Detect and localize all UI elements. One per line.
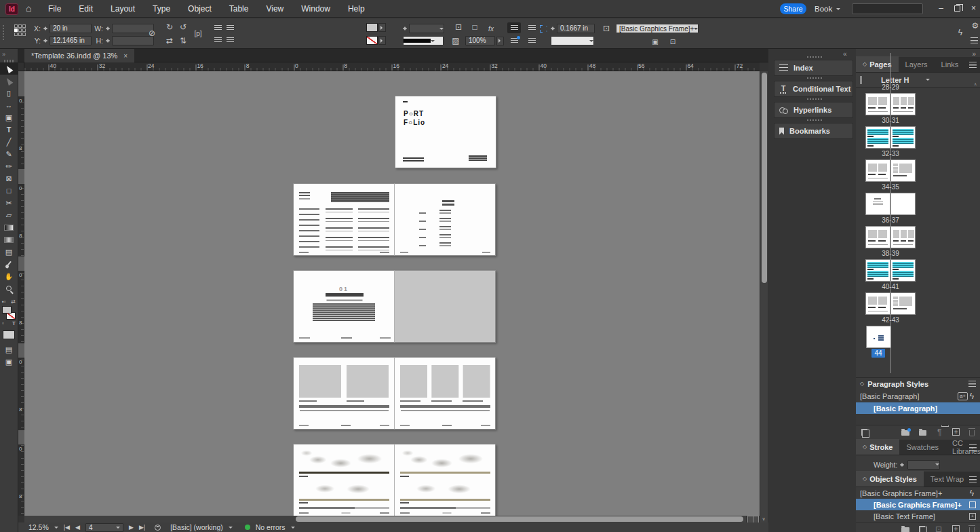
line-tool[interactable]	[0, 136, 18, 148]
corner-options-icon[interactable]	[453, 22, 464, 32]
vertical-scrollbar[interactable]	[760, 71, 768, 516]
opacity-field[interactable]: 100%	[465, 36, 495, 45]
panel-grip[interactable]	[3, 25, 4, 41]
clear-overrides-icon[interactable]	[650, 37, 661, 47]
tab-text-wrap[interactable]: Text Wrap	[924, 471, 971, 487]
tab-swatches[interactable]: Swatches	[899, 439, 945, 455]
menu-object[interactable]: Object	[179, 4, 220, 14]
tab-pages[interactable]: ◇Pages	[856, 56, 899, 72]
control-panel-menu-icon[interactable]	[971, 37, 978, 43]
pencil-tool[interactable]	[0, 160, 18, 172]
search-input[interactable]	[852, 3, 923, 14]
previous-page-button[interactable]: ◀	[75, 524, 80, 531]
menu-table[interactable]: Table	[220, 4, 258, 14]
frame-tool[interactable]	[0, 172, 18, 185]
spread-label[interactable]: 28-29	[882, 83, 899, 92]
tab-links[interactable]: Links	[935, 56, 966, 72]
w-stepper[interactable]	[106, 24, 111, 33]
justify-all-button[interactable]	[507, 22, 521, 33]
formatting-container-icon[interactable]: ▫	[2, 320, 4, 327]
stroke-weight-stepper[interactable]	[403, 24, 408, 33]
corner-radius-stepper[interactable]	[551, 24, 555, 33]
content-collector-tool[interactable]	[0, 111, 18, 124]
document-page[interactable]	[293, 444, 395, 516]
page-number-field[interactable]: 4	[85, 523, 123, 532]
horizontal-scrollbar[interactable]	[24, 516, 746, 522]
default-swatches-icon[interactable]: ▪▫	[2, 299, 6, 305]
reference-point-proxy[interactable]	[14, 24, 27, 37]
text-wrap-button[interactable]	[507, 35, 521, 46]
stroke-type-select[interactable]	[403, 36, 444, 45]
errors-chevron-icon[interactable]	[291, 527, 295, 531]
tab-object-styles[interactable]: ◇Object Styles	[856, 471, 924, 487]
scissors-tool[interactable]	[0, 197, 18, 209]
image-placeholder-page[interactable]	[394, 270, 496, 343]
apply-color-button[interactable]	[3, 330, 15, 339]
quick-apply-icon[interactable]	[968, 489, 976, 498]
spread-label[interactable]: 38-39	[882, 249, 899, 259]
spread-thumbnail[interactable]	[865, 259, 916, 282]
ruler-corner[interactable]	[18, 62, 24, 71]
spread-label[interactable]: 36-37	[882, 216, 899, 225]
fill-chevron[interactable]	[378, 23, 386, 32]
style-group-icon[interactable]	[861, 429, 867, 436]
apply-gradient-button[interactable]	[0, 343, 18, 356]
note-tool[interactable]	[0, 246, 18, 258]
weight-stepper[interactable]	[900, 461, 905, 469]
horizontal-ruler[interactable]: 403224168081624324048566472	[24, 62, 760, 71]
first-page-button[interactable]: |◀	[64, 524, 70, 531]
document-page[interactable]	[394, 444, 496, 516]
book-dropdown[interactable]: Book	[815, 3, 840, 14]
folder-icon[interactable]	[919, 430, 927, 436]
menu-file[interactable]: File	[39, 4, 70, 14]
create-new-style-icon[interactable]	[952, 525, 960, 532]
next-page-button[interactable]: ▶	[129, 524, 134, 531]
zoom-tool[interactable]	[0, 282, 18, 294]
close-button[interactable]: ×	[971, 2, 976, 14]
panel-menu-icon[interactable]	[969, 444, 977, 451]
document-page[interactable]: P○RT F○Lio	[395, 96, 496, 168]
spread-5[interactable]	[293, 444, 496, 516]
spread-2[interactable]	[293, 183, 496, 256]
document-page[interactable]: 01	[293, 270, 395, 343]
quick-apply-icon[interactable]	[968, 392, 976, 401]
vertical-ruler[interactable]: 08 08 08 08 08	[18, 71, 24, 516]
new-style-group-icon[interactable]	[901, 430, 909, 436]
fx-icon[interactable]	[486, 24, 496, 34]
wrap-options-button[interactable]	[525, 35, 538, 46]
flip-horizontal-button[interactable]	[164, 36, 175, 45]
flip-vertical-button[interactable]	[178, 36, 189, 45]
swap-fill-stroke-icon[interactable]: ⇄	[11, 299, 16, 305]
menu-type[interactable]: Type	[144, 4, 179, 14]
spread-thumbnail[interactable]	[865, 226, 916, 248]
select-container-icon[interactable]	[193, 28, 203, 39]
last-page-button[interactable]: ▶|	[139, 524, 145, 531]
fill-color-swatch[interactable]	[2, 306, 12, 314]
constrain-proportions-icon[interactable]	[146, 28, 157, 38]
settings-gear-icon[interactable]	[970, 21, 980, 31]
corner-radius-field[interactable]: 0.1667 in	[557, 24, 595, 33]
index-panel-button[interactable]: Index	[774, 60, 853, 76]
gap-tool[interactable]	[0, 99, 18, 111]
restore-button[interactable]	[954, 5, 960, 12]
menu-window[interactable]: Window	[292, 4, 339, 14]
spread-thumbnail-selected[interactable]	[878, 326, 903, 348]
tab-layers[interactable]: Layers	[899, 56, 935, 72]
zoom-chevron-icon[interactable]	[54, 527, 58, 531]
object-style-item[interactable]: [Basic Text Frame]	[856, 510, 980, 522]
eyedropper-tool[interactable]	[0, 258, 18, 270]
panel-menu-icon[interactable]	[969, 62, 977, 68]
effect-select[interactable]	[551, 36, 594, 45]
h-stepper[interactable]	[106, 37, 111, 45]
spread-cover[interactable]: P○RT F○Lio	[395, 96, 496, 168]
spread-4[interactable]	[293, 357, 496, 430]
delete-style-icon[interactable]	[969, 527, 975, 532]
object-style-select[interactable]: [Basic Graphics Frame]+	[616, 24, 699, 33]
spread-thumbnail[interactable]	[865, 193, 916, 215]
style-from-selection-icon[interactable]	[919, 526, 925, 532]
break-link-style-icon[interactable]	[667, 37, 678, 47]
document-tab[interactable]: *Template 36.indd @ 13% ×	[24, 49, 134, 62]
page-tool[interactable]	[0, 87, 18, 99]
dock-collapse-icon[interactable]: «	[843, 50, 847, 58]
document-page[interactable]	[293, 183, 395, 256]
